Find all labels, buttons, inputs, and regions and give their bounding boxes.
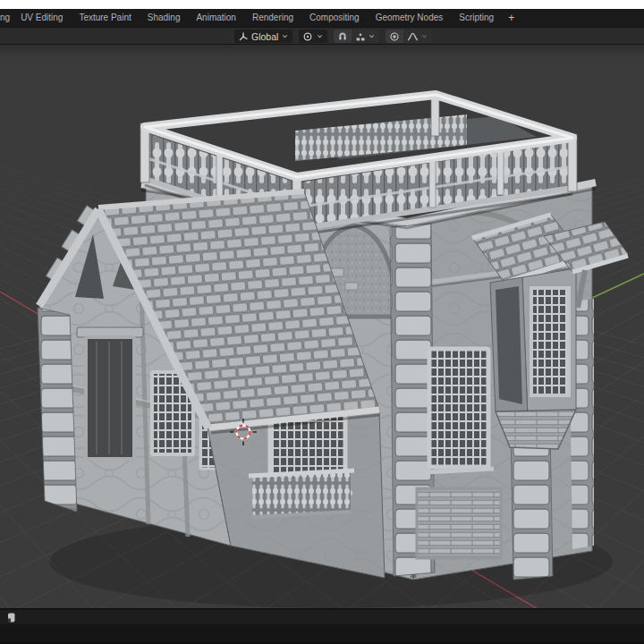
proportional-editing-controls — [386, 30, 432, 43]
chevron-down-icon — [420, 32, 428, 40]
top-margin — [0, 0, 644, 9]
workspace-tab-rendering[interactable]: Rendering — [244, 9, 301, 27]
pivot-point-icon — [302, 31, 313, 42]
snap-magnet-icon — [337, 31, 348, 42]
snap-target-icon — [355, 31, 366, 42]
transform-orientation-dropdown[interactable]: Global — [234, 30, 292, 43]
3d-viewport[interactable] — [0, 45, 644, 608]
blender-window: ng UV Editing Texture Paint Shading Anim… — [0, 0, 644, 644]
workspace-tab-partial[interactable]: ng — [0, 9, 13, 27]
transform-orientation-label: Global — [251, 31, 278, 42]
timeline-body — [0, 624, 644, 642]
workspace-tab-animation[interactable]: Animation — [188, 9, 243, 27]
window-bay — [531, 288, 569, 395]
chevron-down-icon — [316, 32, 324, 40]
transform-orientation-icon — [238, 31, 249, 42]
chevron-down-icon — [368, 32, 376, 40]
workspace-tab-geometry-nodes[interactable]: Geometry Nodes — [368, 9, 452, 27]
workspace-tab-uv-editing[interactable]: UV Editing — [13, 9, 71, 27]
snap-target-dropdown[interactable] — [352, 30, 379, 43]
editor-type-icon[interactable] — [7, 613, 16, 623]
window-right-wall — [429, 349, 488, 467]
proportional-falloff-icon — [407, 31, 419, 42]
snap-controls — [334, 30, 379, 43]
timeline-header — [0, 610, 644, 624]
viewport-header: Global — [0, 28, 644, 45]
proportional-editing-icon — [389, 31, 400, 42]
chevron-down-icon — [281, 32, 289, 40]
pivot-point-dropdown[interactable] — [299, 30, 327, 43]
workspace-tab-shading[interactable]: Shading — [140, 9, 189, 27]
proportional-editing-toggle[interactable] — [386, 30, 403, 43]
workspace-tabbar: ng UV Editing Texture Paint Shading Anim… — [0, 9, 644, 28]
add-workspace-button[interactable]: + — [502, 9, 521, 27]
workspace-tab-scripting[interactable]: Scripting — [451, 9, 502, 27]
workspace-tab-texture-paint[interactable]: Texture Paint — [71, 9, 139, 27]
header-drop-shadow — [0, 45, 644, 59]
timeline-region[interactable] — [0, 608, 644, 644]
snap-toggle-button[interactable] — [334, 30, 352, 43]
proportional-falloff-dropdown[interactable] — [403, 30, 432, 43]
workspace-tab-compositing[interactable]: Compositing — [301, 9, 368, 27]
